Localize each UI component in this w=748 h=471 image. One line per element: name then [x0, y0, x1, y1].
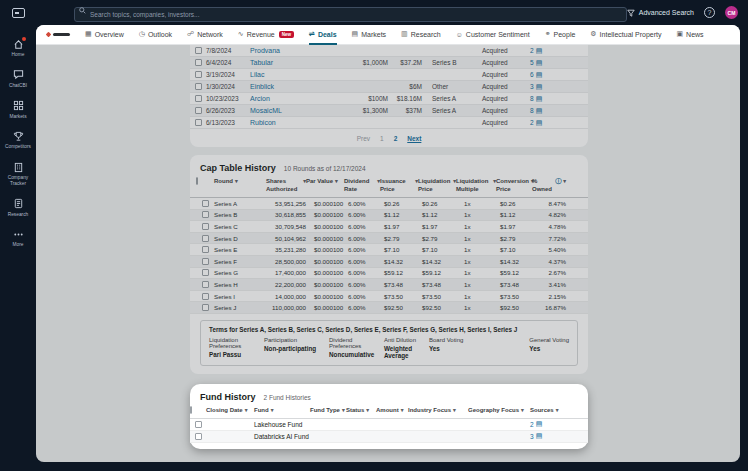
tab-news[interactable]: ▣News [676, 25, 703, 45]
col-round[interactable]: Round▾ [214, 178, 266, 186]
conversion-price: $73.50 [496, 293, 532, 300]
round-name: Series J [214, 304, 266, 311]
row-checkbox[interactable] [202, 269, 209, 276]
liquidation-multiple: 1x [456, 223, 496, 230]
company-link[interactable]: Lilac [250, 71, 358, 78]
top-bar: Advanced Search ? CM [0, 0, 748, 25]
sources-link[interactable]: 2▤ [530, 47, 588, 55]
row-checkbox[interactable] [195, 95, 202, 102]
row-checkbox[interactable] [202, 235, 209, 242]
pagination-page-2-current[interactable]: 2 [394, 135, 398, 142]
tab-deals[interactable]: ⇌Deals [309, 25, 337, 45]
tab-intellectual-property[interactable]: ⚙Intellectual Property [590, 25, 661, 45]
row-checkbox[interactable] [202, 281, 209, 288]
row-checkbox[interactable] [202, 304, 209, 311]
liquidation-price: $14.32 [418, 258, 456, 265]
sidebar-item-home[interactable]: Home [0, 33, 36, 64]
row-checkbox[interactable] [202, 223, 209, 230]
tab-customer-sentiment[interactable]: ☺Customer Sentiment [456, 25, 530, 45]
shares-authorized: 53,951,256 [266, 200, 306, 207]
shares-authorized: 17,400,000 [266, 269, 306, 276]
col-industry-focus[interactable]: Industry Focus▾ [408, 407, 468, 413]
row-checkbox[interactable] [195, 59, 202, 66]
sidebar-item-chatcbi[interactable]: ChatCBI [0, 64, 36, 95]
advanced-search-button[interactable]: Advanced Search [627, 9, 694, 17]
tab-markets[interactable]: ▤Markets [352, 25, 387, 45]
col-sources[interactable]: Sources▾ [530, 407, 588, 413]
row-checkbox[interactable] [195, 119, 202, 126]
col-fund-type[interactable]: Fund Type▾ [310, 407, 346, 413]
company-link[interactable]: Einblick [250, 83, 358, 90]
col-status[interactable]: Status▾ [346, 407, 376, 413]
filter-icon [627, 9, 635, 17]
company-link[interactable]: MosaicML [250, 107, 358, 114]
dividend-rate: 6.00% [344, 211, 380, 218]
row-checkbox[interactable] [195, 71, 202, 78]
col-issuance-price[interactable]: Issuance Price▾ [380, 178, 418, 193]
pagination-page-1[interactable]: 1 [380, 135, 384, 142]
company-link[interactable]: Arcion [250, 95, 358, 102]
col-par-value[interactable]: Par Value▾ [306, 178, 344, 186]
sidebar-item-research[interactable]: Research [0, 193, 36, 224]
tab-overview[interactable]: ▦Overview [85, 25, 124, 45]
row-checkbox[interactable] [195, 421, 202, 428]
row-checkbox[interactable] [202, 211, 209, 218]
scroll-area[interactable]: 7/8/2024 Prodvana Acquired 2▤ [36, 45, 740, 462]
sources-count: 5 [530, 59, 534, 66]
select-all-checkbox[interactable] [196, 177, 198, 185]
company-link[interactable]: Tabular [250, 59, 358, 66]
company-link[interactable]: Prodvana [250, 47, 358, 54]
col-liquidation-multiple[interactable]: Liquidation Multiple▾ [456, 178, 496, 193]
col-label: % Owned [532, 178, 553, 193]
row-checkbox[interactable] [202, 293, 209, 300]
select-all-checkbox[interactable] [190, 406, 192, 414]
sources-link[interactable]: 2▤ [530, 119, 588, 127]
tab-research[interactable]: ▥Research [401, 25, 441, 45]
chevron-down-icon: ▾ [521, 407, 524, 413]
tab-people[interactable]: ⚭People [545, 25, 576, 45]
row-checkbox[interactable] [202, 200, 209, 207]
cap-table-header: Cap Table History 10 Rounds as of 12/17/… [190, 155, 588, 178]
col-conversion-price[interactable]: Conversion Price▾ [496, 178, 532, 193]
sources-link[interactable]: 2▤ [530, 420, 588, 428]
cards-column: 7/8/2024 Prodvana Acquired 2▤ [190, 45, 588, 449]
row-checkbox[interactable] [195, 83, 202, 90]
help-button[interactable]: ? [704, 7, 715, 18]
sources-count: 8 [530, 107, 534, 114]
col-amount[interactable]: Amount▾ [376, 407, 408, 413]
sources-link[interactable]: 3▤ [530, 83, 588, 91]
app-logo[interactable] [0, 8, 36, 18]
sidebar-item-markets[interactable]: Markets [0, 95, 36, 126]
row-checkbox[interactable] [202, 246, 209, 253]
info-icon[interactable]: ⓘ [555, 178, 561, 193]
col-geography-focus[interactable]: Geography Focus▾ [468, 407, 530, 413]
sources-link[interactable]: 8▤ [530, 107, 588, 115]
company-link[interactable]: Rubicon [250, 119, 358, 126]
tab-network[interactable]: ☍Network [187, 25, 223, 45]
deal-date: 1/30/2024 [206, 83, 250, 90]
row-checkbox[interactable] [195, 107, 202, 114]
col-dividend-rate[interactable]: Dividend Rate▾ [344, 178, 380, 193]
col-liquidation-price[interactable]: Liquidation Price▾ [418, 178, 456, 193]
sidebar-item-competitors[interactable]: Competitors [0, 125, 36, 156]
sources-link[interactable]: 3▤ [530, 432, 588, 440]
user-avatar[interactable]: CM [725, 6, 738, 19]
pagination-next[interactable]: Next [407, 135, 421, 142]
sidebar-item-company-tracker[interactable]: Company Tracker [0, 156, 36, 193]
row-checkbox[interactable] [195, 433, 202, 440]
col-percent-owned[interactable]: % Ownedⓘ▾ [532, 178, 566, 193]
row-checkbox[interactable] [195, 47, 202, 54]
tab-outlook[interactable]: ◷Outlook [139, 25, 172, 45]
sources-link[interactable]: 8▤ [530, 95, 588, 103]
row-checkbox[interactable] [202, 258, 209, 265]
tab-revenue[interactable]: ∿RevenueNew [238, 25, 294, 45]
company-tab-bar: ▦Overview ◷Outlook ☍Network ∿RevenueNew … [36, 25, 740, 45]
col-closing-date[interactable]: Closing Date▾ [206, 407, 254, 413]
sources-link[interactable]: 5▤ [530, 59, 588, 67]
pagination-prev[interactable]: Prev [357, 135, 370, 142]
search-input[interactable] [74, 7, 627, 22]
col-shares-authorized[interactable]: Shares Authorized▾ [266, 178, 306, 193]
sources-link[interactable]: 6▤ [530, 71, 588, 79]
sidebar-item-more[interactable]: More [0, 223, 36, 254]
col-fund[interactable]: Fund▾ [254, 407, 310, 413]
